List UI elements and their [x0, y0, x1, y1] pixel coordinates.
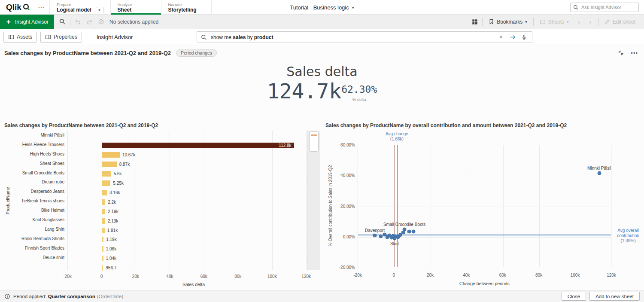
close-button[interactable]: Close	[562, 292, 586, 301]
pencil-icon	[605, 19, 610, 24]
nav-item-label: Storytelling	[168, 7, 197, 13]
add-to-new-sheet-button[interactable]: Add to new sheet	[589, 292, 640, 301]
logical-model-dropdown[interactable]: ▾	[96, 7, 103, 13]
caret-down-icon: ▾	[525, 20, 527, 24]
x-tick-label: -20k	[347, 273, 368, 278]
bar[interactable]	[102, 246, 103, 252]
qlik-logo[interactable]: Qlik	[0, 3, 33, 12]
bar[interactable]	[102, 228, 105, 233]
gridline	[204, 131, 204, 270]
next-sheet-icon[interactable]: ›	[585, 16, 596, 27]
smart-search-icon[interactable]	[57, 16, 68, 27]
query-text[interactable]: show me sales by product	[211, 34, 493, 40]
kpi-visualization[interactable]: Sales delta 124.7k 62.30% % delta	[0, 64, 644, 102]
bar[interactable]	[102, 171, 111, 177]
avg-contribution-ref-label: Avg overall	[614, 228, 642, 233]
bar[interactable]	[102, 190, 107, 195]
step-back-icon[interactable]	[72, 16, 84, 27]
insight-title: Sales changes by ProductName between 202…	[4, 50, 171, 56]
point-label: Small Crocodile Boots	[383, 222, 425, 227]
bar[interactable]	[102, 143, 294, 148]
y-tick-label: 0.00%	[331, 235, 355, 239]
category-label[interactable]: Minnki Pälsii	[0, 133, 64, 137]
bar[interactable]	[102, 180, 111, 186]
kpi-delta-label: % delta	[352, 97, 366, 102]
nav-item-label: Sheet	[118, 7, 132, 13]
caret-down-icon: ▾	[352, 5, 354, 10]
category-label[interactable]: Deuce shirt	[0, 255, 64, 260]
category-label[interactable]: Dream robe	[0, 180, 64, 184]
qlik-app: Qlik ⋯ Prepare Logical model ▾ Analyze S…	[0, 0, 644, 302]
scatter-point[interactable]	[403, 227, 407, 231]
nav-prepare[interactable]: Prepare Logical model ▾	[49, 0, 110, 15]
nav-section-label: Narrate	[168, 2, 204, 7]
assets-button[interactable]: Assets	[3, 32, 37, 43]
query-input[interactable]: show me sales by product ✕	[197, 31, 532, 43]
bookmarks-button[interactable]: Bookmarks ▾	[484, 19, 532, 25]
insights-grid-icon[interactable]	[469, 16, 480, 27]
overflow-menu-icon[interactable]: ⋯	[33, 3, 49, 11]
nav-narrate[interactable]: Narrate Storytelling	[161, 0, 212, 15]
category-label[interactable]: Kool Sunglasses	[0, 217, 64, 222]
gridline	[576, 145, 576, 267]
bar[interactable]	[102, 152, 120, 158]
x-tick-label: 60k	[193, 274, 215, 279]
scatter-point[interactable]	[407, 229, 411, 233]
scatter-point[interactable]	[373, 234, 377, 238]
period-applied-label: Period applied:	[13, 294, 46, 299]
scatter-point[interactable]	[597, 171, 601, 175]
insight-advisor-button[interactable]: Insight Advisor	[0, 15, 54, 29]
bar-value-label: 1.19k	[106, 237, 116, 242]
category-label[interactable]: High Heels Shoes	[0, 152, 64, 156]
query-entity-sales: sales	[233, 34, 246, 40]
clear-query-icon[interactable]: ✕	[497, 34, 505, 40]
category-label[interactable]: TieBreak Tennis shoes	[0, 198, 64, 203]
app-title-dropdown[interactable]: Tutorial - Business logic ▾	[290, 0, 354, 15]
scatter-point[interactable]	[379, 235, 383, 238]
submit-query-icon[interactable]	[509, 34, 516, 40]
divider	[482, 18, 483, 26]
edit-sheet-button[interactable]: Edit sheet	[600, 19, 640, 25]
scatter-plot[interactable]: DavenportSkirtSmall Crocodile BootsMinnk…	[358, 145, 611, 267]
bar[interactable]	[102, 237, 104, 242]
category-label[interactable]: Rossi Bermuda Shorts	[0, 236, 64, 241]
bar[interactable]	[102, 265, 103, 271]
bar[interactable]	[102, 218, 106, 224]
step-forward-icon[interactable]	[84, 16, 95, 27]
ask-insight-advisor-input[interactable]: Ask Insight Advisor	[570, 3, 639, 12]
scrollbar-thumb[interactable]	[309, 131, 319, 152]
bar-chart-plot[interactable]: 112.8k10.67k8.87k5.6k5.25k3.16k2.2k2.19k…	[67, 131, 320, 270]
category-label[interactable]: Small Crocodile Boots	[0, 171, 64, 175]
previous-sheet-icon[interactable]: ‹	[573, 16, 585, 27]
bar[interactable]	[102, 162, 117, 167]
category-label[interactable]: Bike Helmet	[0, 208, 64, 213]
bar-chart: Sales changes by ProductName between 202…	[0, 120, 322, 290]
divider	[70, 18, 70, 26]
voice-input-icon[interactable]	[520, 34, 528, 40]
gridline	[358, 176, 611, 176]
period-name: Quarter comparison	[48, 294, 95, 299]
scatter-point[interactable]	[412, 229, 416, 233]
gridline	[394, 145, 395, 267]
category-label[interactable]: Lang Shirt	[0, 227, 64, 232]
insight-menu-icon[interactable]: •••	[631, 50, 638, 56]
collapse-icon[interactable]	[618, 50, 624, 56]
chart-scrollbar[interactable]	[307, 131, 320, 270]
category-label[interactable]: Desperado Jeans	[0, 189, 64, 194]
clear-selections-icon[interactable]	[95, 16, 107, 27]
category-label[interactable]: Finnish Sport Blades	[0, 246, 64, 250]
category-label[interactable]: Feiss Fleece Trousers	[0, 142, 64, 147]
bar[interactable]	[102, 199, 106, 205]
x-tick-label: 20k	[125, 274, 146, 279]
x-tick-label: 60k	[492, 273, 513, 278]
sheets-button[interactable]: Sheets ▾	[535, 19, 573, 25]
nav-section-label: Prepare	[57, 2, 103, 7]
bar[interactable]	[102, 256, 103, 261]
gridline	[272, 131, 273, 270]
scatter-chart-title: Sales changes by ProductName by overall …	[325, 122, 567, 128]
properties-button[interactable]: Properties	[40, 32, 82, 43]
bar[interactable]	[102, 209, 106, 214]
category-label[interactable]: Sheat Shoes	[0, 161, 64, 166]
x-tick-label: 20k	[419, 273, 441, 278]
nav-analyze[interactable]: Analyze Sheet	[110, 0, 161, 15]
